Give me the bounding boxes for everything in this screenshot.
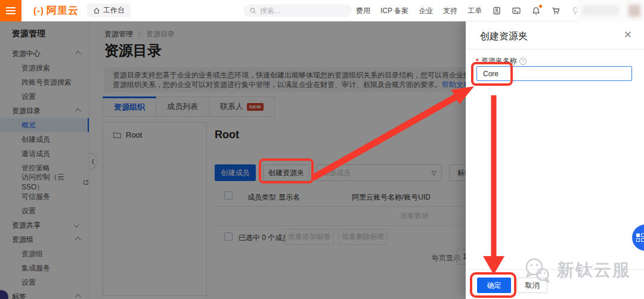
hamburger-menu-icon[interactable] — [0, 0, 21, 21]
home-icon — [93, 7, 100, 14]
watermark-text: 新钛云服 — [557, 258, 631, 282]
menu-enterprise[interactable]: 企业 — [419, 6, 433, 16]
drawer-title: 创建资源夹 — [480, 30, 528, 43]
search-input[interactable]: 搜索... — [243, 4, 352, 17]
qr-grid-icon — [636, 233, 644, 242]
aliyun-logo[interactable]: (-) 阿里云 — [33, 4, 79, 17]
apps-icon[interactable] — [492, 6, 501, 15]
menu-icp[interactable]: ICP 备案 — [380, 6, 408, 16]
drawer-title-divider — [466, 49, 644, 49]
search-placeholder: 搜索... — [260, 6, 280, 16]
cart-icon[interactable] — [551, 6, 561, 15]
search-icon — [249, 7, 256, 14]
logo-bracket-icon: (-) — [33, 5, 44, 15]
workbench-button[interactable]: 工作台 — [87, 4, 131, 17]
notifications-bell-icon[interactable] — [531, 6, 541, 15]
vendor-watermark: 新钛云服 — [522, 256, 631, 285]
account-avatar[interactable] — [577, 0, 644, 21]
confirm-button[interactable]: 确定 — [477, 278, 511, 293]
close-icon[interactable]: ✕ — [624, 29, 632, 41]
logo-text: 阿里云 — [47, 4, 79, 17]
terminal-icon[interactable] — [512, 6, 521, 15]
menu-tickets[interactable]: 工单 — [467, 6, 482, 16]
menu-support[interactable]: 支持 — [443, 6, 457, 16]
wechat-icon — [522, 256, 552, 285]
app-window: (-) 阿里云 工作台 搜索... 费用 ICP 备案 企业 支持 工单 — [0, 0, 644, 299]
menu-billing[interactable]: 费用 — [356, 6, 370, 16]
top-bar: (-) 阿里云 工作台 搜索... 费用 ICP 备案 企业 支持 工单 — [0, 0, 644, 21]
notification-dot — [539, 5, 542, 8]
folder-name-input[interactable] — [476, 66, 632, 81]
field-help-icon[interactable]: ? — [519, 58, 527, 65]
folder-name-label: * 资源夹名称 ? — [476, 56, 527, 66]
